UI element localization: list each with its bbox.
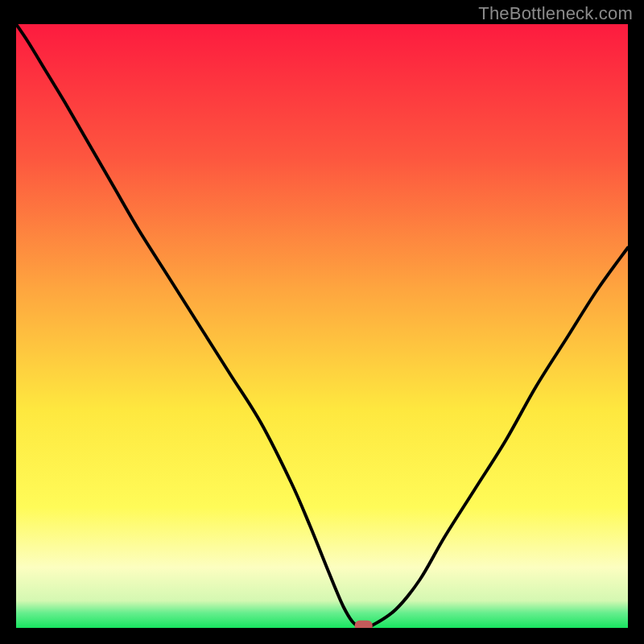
chart-frame: TheBottleneck.com [0, 0, 644, 644]
curve-marker [355, 621, 373, 628]
chart-svg [16, 24, 628, 628]
watermark-label: TheBottleneck.com [478, 3, 633, 24]
gradient-background [16, 24, 628, 628]
plot-area [16, 24, 628, 628]
